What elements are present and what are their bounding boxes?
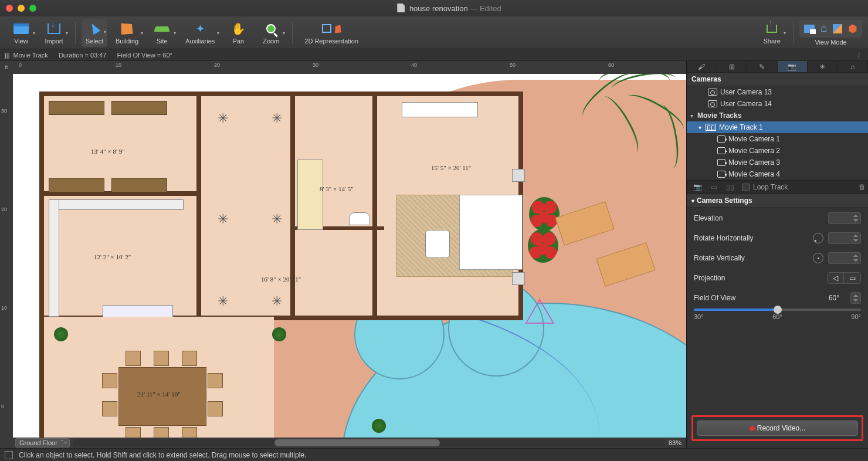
zoom-tool-button[interactable]: ▾Zoom: [256, 20, 286, 46]
info-track-name: Movie Track: [13, 52, 48, 59]
rotate-vertical-dial[interactable]: [813, 253, 823, 263]
room-label: 13' 4" × 8' 9": [91, 148, 125, 155]
import-button[interactable]: ▾Import: [39, 20, 69, 46]
delete-button[interactable]: 🗑: [859, 183, 866, 191]
status-bar: Click an object to select. Hold Shift an…: [0, 448, 868, 461]
zoom-level[interactable]: 83%: [669, 439, 681, 446]
canvas-area[interactable]: ft 0 10 20 30 40 50 60 30 20 10 0: [0, 61, 686, 448]
info-fov: Field Of View = 60°: [117, 52, 172, 59]
selection-info-bar: ||| Movie Track Duration = 03:47 Field O…: [0, 49, 868, 61]
add-camera-button[interactable]: 📷: [689, 181, 706, 193]
cursor-mode-icon[interactable]: [5, 451, 13, 459]
rotate-horizontal-stepper[interactable]: [828, 232, 861, 244]
fov-slider[interactable]: [694, 309, 861, 311]
inspector-tab-lights[interactable]: ☀: [808, 61, 838, 72]
cameras-section-header[interactable]: Cameras: [687, 73, 868, 86]
record-video-button[interactable]: Record Video...: [697, 421, 858, 436]
window-titlebar: house renovation — Edited: [0, 0, 868, 16]
cameras-tree: User Camera 13 User Camera 14 ▾Movie Tra…: [687, 86, 868, 180]
palm-tree[interactable]: [599, 74, 681, 179]
view-mode-split-icon[interactable]: [833, 24, 842, 33]
rotate-horizontal-dial[interactable]: [813, 233, 823, 243]
projection-label: Projection: [694, 274, 827, 282]
projection-segmented[interactable]: ◁▭: [827, 272, 861, 284]
movie-camera-item[interactable]: Movie Camera 4: [687, 168, 868, 180]
view-mode-label: View Mode: [815, 39, 846, 46]
document-title: house renovation: [409, 4, 468, 13]
camera-gizmo[interactable]: [523, 297, 558, 326]
movie-camera-item[interactable]: Movie Camera 2: [687, 145, 868, 157]
close-window-button[interactable]: [6, 5, 13, 12]
ruler-horizontal: 0 10 20 30 40 50 60: [13, 61, 686, 74]
elevation-label: Elevation: [694, 214, 828, 222]
share-button[interactable]: ▾Share: [757, 20, 787, 46]
inspector-tab-object[interactable]: ⊞: [717, 61, 748, 72]
document-status: — Edited: [470, 4, 501, 13]
inspector-tab-cameras[interactable]: 📷: [778, 61, 808, 72]
rotate-vertical-label: Rotate Vertically: [694, 254, 813, 262]
floorplan-canvas[interactable]: 13' 4" × 8' 9" 12' 2" × 10' 2" 8' 3" × 1…: [13, 74, 686, 438]
main-toolbar: ▾View ▾Import ▾Select ▾Building ▾Site ✦▾…: [0, 16, 868, 49]
pan-tool-button[interactable]: ✋Pan: [223, 20, 253, 46]
room-label: 8' 3" × 14' 5": [320, 185, 354, 192]
movie-camera-item[interactable]: Movie Camera 3: [687, 157, 868, 168]
info-icon[interactable]: i: [858, 52, 860, 59]
room-label: 12' 2" × 10' 2": [94, 253, 131, 260]
record-video-highlight: Record Video...: [691, 415, 863, 441]
inspector-tab-paint[interactable]: 🖌: [687, 61, 717, 72]
fov-stepper[interactable]: [850, 292, 861, 304]
movie-tracks-group[interactable]: ▾Movie Tracks: [687, 110, 868, 121]
room-label: 21' 11" × 14' 10": [137, 391, 181, 398]
building-tool-button[interactable]: ▾Building: [110, 20, 144, 46]
loop-track-checkbox[interactable]: Loop Track: [742, 183, 788, 191]
view-mode-segmented[interactable]: ⌂ ⬢: [799, 20, 862, 38]
flower-bed[interactable]: [528, 229, 558, 263]
fov-label: Field Of View: [694, 294, 818, 302]
ruler-unit: ft: [0, 61, 13, 74]
record-icon: [750, 426, 755, 431]
view-mode-3d-icon[interactable]: ⬢: [848, 22, 857, 35]
movie-camera-item[interactable]: Movie Camera 1: [687, 133, 868, 145]
add-track-button[interactable]: ▭: [706, 181, 722, 193]
house-outline[interactable]: 13' 4" × 8' 9" 12' 2" × 10' 2" 8' 3" × 1…: [39, 91, 523, 320]
inspector-tab-building[interactable]: ⌂: [838, 61, 869, 72]
2d-representation-button[interactable]: 2D Representation: [299, 20, 364, 46]
camera-settings-header[interactable]: ▾Camera Settings: [687, 194, 868, 208]
info-duration: Duration = 03:47: [59, 52, 107, 59]
rotate-vertical-stepper[interactable]: [828, 252, 861, 264]
elevation-stepper[interactable]: [828, 212, 861, 224]
fullscreen-window-button[interactable]: [29, 5, 36, 12]
room-label: 16' 8" × 20' 11": [261, 276, 301, 283]
select-tool-button[interactable]: ▾Select: [82, 19, 107, 47]
ruler-vertical: 30 20 10 0: [0, 74, 13, 438]
view-mode-elevation-icon[interactable]: ⌂: [820, 22, 827, 35]
canvas-footer: Ground Floor 83%: [13, 438, 686, 448]
camera-item[interactable]: User Camera 13: [687, 86, 868, 98]
site-tool-button[interactable]: ▾Site: [147, 20, 177, 46]
movie-track-item[interactable]: ▾Movie Track 1: [687, 121, 868, 133]
document-icon: [397, 4, 405, 12]
tree-toolbar: 📷 ▭ ▯▯ Loop Track 🗑: [687, 180, 868, 194]
rotate-horizontal-label: Rotate Horizontally: [694, 234, 813, 242]
view-button[interactable]: ▾View: [6, 20, 36, 46]
flower-bed[interactable]: [529, 197, 560, 231]
view-mode-2d-icon[interactable]: [804, 25, 815, 33]
horizontal-scrollbar[interactable]: [73, 439, 665, 446]
room-label: 15' 5" × 20' 11": [431, 164, 471, 171]
pool[interactable]: [341, 303, 686, 438]
inspector-panel: 🖌 ⊞ ✎ 📷 ☀ ⌂ Cameras User Camera 13 User …: [686, 61, 868, 448]
auxiliaries-tool-button[interactable]: ✦▾Auxiliaries: [179, 20, 221, 46]
add-movie-camera-button[interactable]: ▯▯: [722, 181, 738, 193]
minimize-window-button[interactable]: [18, 5, 25, 12]
floor-selector[interactable]: Ground Floor: [15, 438, 70, 448]
inspector-tab-measure[interactable]: ✎: [747, 61, 778, 72]
status-hint: Click an object to select. Hold Shift an…: [19, 451, 306, 459]
camera-item[interactable]: User Camera 14: [687, 98, 868, 110]
fov-value: 60°: [818, 294, 850, 302]
